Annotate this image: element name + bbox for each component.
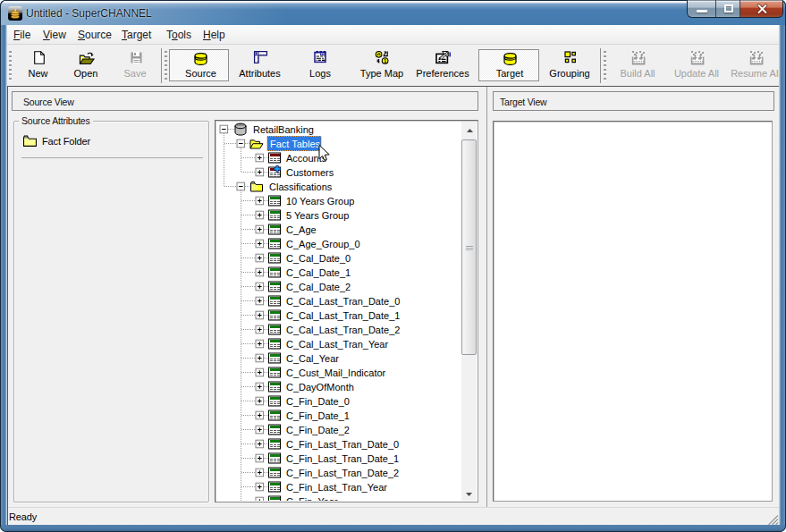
svg-text:C_Age_Group_0: C_Age_Group_0 <box>286 239 360 249</box>
svg-text:C_Cal_Last_Tran_Year: C_Cal_Last_Tran_Year <box>286 339 388 350</box>
svg-text:C_Fin_Date_2: C_Fin_Date_2 <box>286 425 350 435</box>
svg-text:C_Fin_Last_Tran_Year: C_Fin_Last_Tran_Year <box>286 482 387 493</box>
svg-text:Classifications: Classifications <box>269 182 333 192</box>
svg-text:C_Fin_Year: C_Fin_Year <box>286 496 338 502</box>
svg-text:Customers: Customers <box>286 167 334 178</box>
svg-text:C_Cust_Mail_Indicator: C_Cust_Mail_Indicator <box>286 367 386 378</box>
svg-text:C_Cal_Date_0: C_Cal_Date_0 <box>286 253 351 264</box>
svg-text:C_Cal_Last_Tran_Date_2: C_Cal_Last_Tran_Date_2 <box>286 325 400 335</box>
svg-text:10 Years Group: 10 Years Group <box>286 196 354 207</box>
svg-text:C_Fin_Last_Tran_Date_1: C_Fin_Last_Tran_Date_1 <box>286 453 399 464</box>
svg-text:C_Fin_Last_Tran_Date_2: C_Fin_Last_Tran_Date_2 <box>286 468 399 478</box>
svg-text:C_Fin_Date_0: C_Fin_Date_0 <box>286 396 350 407</box>
svg-text:C_Fin_Last_Tran_Date_0: C_Fin_Last_Tran_Date_0 <box>286 439 399 450</box>
svg-text:C_Fin_Date_1: C_Fin_Date_1 <box>286 410 350 421</box>
svg-text:C_Cal_Year: C_Cal_Year <box>286 353 339 364</box>
svg-text:C_Cal_Date_1: C_Cal_Date_1 <box>286 267 351 278</box>
svg-text:C_Cal_Last_Tran_Date_0: C_Cal_Last_Tran_Date_0 <box>286 296 400 307</box>
svg-text:C_Cal_Date_2: C_Cal_Date_2 <box>286 282 351 292</box>
svg-text:C_DayOfMonth: C_DayOfMonth <box>286 382 354 393</box>
svg-text:RetailBanking: RetailBanking <box>253 124 314 135</box>
svg-text:C_Age: C_Age <box>286 224 317 235</box>
svg-text:Fact Tables: Fact Tables <box>270 139 321 149</box>
svg-text:5 Years Group: 5 Years Group <box>286 210 349 221</box>
svg-text:C_Cal_Last_Tran_Date_1: C_Cal_Last_Tran_Date_1 <box>286 310 400 321</box>
